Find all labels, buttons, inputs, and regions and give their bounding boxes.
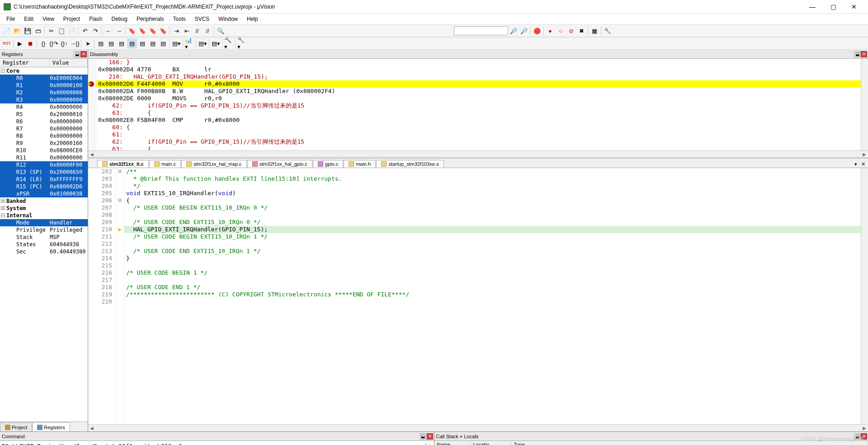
registers-close-icon[interactable]: ✕ [80, 51, 87, 57]
reg-row[interactable]: R14 (LR)0xFFFFFFF9 [0, 176, 88, 183]
menu-project[interactable]: Project [59, 15, 85, 23]
maximize-button[interactable]: ▢ [823, 0, 844, 14]
reg-row[interactable]: States604044938 [0, 241, 88, 248]
bookmark-icon[interactable]: 🔖 [127, 26, 137, 36]
editor-tab[interactable]: stm32f1xx_hal_gpio.c [247, 160, 312, 168]
scroll-right-icon[interactable]: ► [861, 425, 868, 431]
menu-svcs[interactable]: SVCS [190, 15, 214, 23]
editor-close-icon[interactable]: ✕ [860, 161, 866, 168]
disasm-win-icon[interactable]: ▤ [106, 38, 116, 48]
reg-row[interactable]: R13 (SP)0x20000650 [0, 169, 88, 176]
reg-group[interactable]: +Banked [0, 197, 88, 205]
scroll-right-icon[interactable]: ► [861, 151, 868, 158]
reg-row[interactable]: R10x00000100 [0, 82, 88, 89]
bookmark-prev-icon[interactable]: 🔖 [137, 26, 147, 36]
disasm-line[interactable]: 0x080002D6 F44F4000 MOV r0,#0x8000 [96, 80, 861, 88]
reg-group[interactable]: −Core [0, 67, 88, 75]
find-combo[interactable] [454, 26, 508, 35]
find-files-icon[interactable]: 🔎 [519, 26, 529, 36]
code-line[interactable]: /* USER CODE BEGIN 1 */ [124, 269, 861, 276]
reg-row[interactable]: R15 (PC)0x080002D6 [0, 183, 88, 190]
code-line[interactable] [124, 240, 861, 248]
registers-win-icon[interactable]: ▤ [127, 38, 137, 48]
reg-row[interactable]: R100x08000CE0 [0, 147, 88, 154]
reg-row[interactable]: R70x00000000 [0, 125, 88, 132]
disasm-line[interactable]: 63: { [96, 109, 861, 117]
toolbox-icon[interactable]: 🔨▾ [224, 38, 234, 48]
bp-kill-icon[interactable]: ✖ [576, 26, 586, 36]
minimize-button[interactable]: — [802, 0, 823, 14]
reg-row[interactable]: Sec60.40449380 [0, 248, 88, 255]
uncomment-icon[interactable]: // [203, 26, 212, 36]
stop-icon[interactable]: ⏹ [25, 38, 35, 48]
copy-icon[interactable]: 📋 [57, 26, 66, 36]
reg-row[interactable]: R40x00000000 [0, 103, 88, 111]
undo-icon[interactable]: ↶ [80, 26, 90, 36]
reg-group[interactable]: +System [0, 205, 88, 212]
reg-row[interactable]: R80x00000000 [0, 132, 88, 140]
menu-debug[interactable]: Debug [107, 15, 132, 23]
reg-row[interactable]: R30x00000000 [0, 96, 88, 103]
scroll-left-icon[interactable]: ◄ [88, 425, 95, 431]
disasm-line[interactable]: 0x080002E0 F5B04F00 CMP r0,#0x8000 [96, 117, 861, 124]
cmd-win-icon[interactable]: ▤ [96, 38, 106, 48]
code-line[interactable]: */ [124, 183, 861, 190]
menu-tools[interactable]: Tools [169, 15, 190, 23]
menu-window[interactable]: Window [214, 15, 242, 23]
code-line[interactable]: * @brief This function handles EXTI line… [124, 175, 861, 183]
bp-disable-icon[interactable]: ⊘ [566, 26, 576, 36]
reg-row[interactable]: R20x00000008 [0, 89, 88, 96]
bp-enable-icon[interactable]: ○ [556, 26, 566, 36]
cs-header-location[interactable]: Locatio... [471, 441, 511, 445]
disasm-line[interactable]: 60: { [96, 124, 861, 131]
code-line[interactable]: /************************ (C) COPYRIGHT … [124, 291, 861, 298]
code-line[interactable]: } [124, 255, 861, 262]
editor-tab[interactable]: stm32f1xx_it.c [97, 160, 149, 168]
disasm-line[interactable]: 62: if(GPIO_Pin == GPIO_PIN_15)//当引脚传过来的… [96, 138, 861, 145]
code-line[interactable] [124, 276, 861, 284]
disasm-line[interactable]: 166: } [96, 59, 861, 66]
reg-group[interactable]: −Internal [0, 212, 88, 219]
config-icon[interactable]: 🔧 [603, 26, 613, 36]
bookmark-clear-icon[interactable]: 🔖 [158, 26, 168, 36]
code-line[interactable]: /** [124, 168, 861, 175]
disasm-line[interactable]: 0x080002DE 0000 MOVS r0,r0 [96, 95, 861, 102]
code-line[interactable]: /* USER CODE BEGIN EXTI15_10_IRQn 0 */ [124, 204, 861, 211]
editor-tab[interactable]: main.c [149, 160, 181, 168]
tab-project[interactable]: Project [0, 422, 32, 431]
cut-icon[interactable]: ✂ [46, 26, 56, 36]
trace-icon[interactable]: ▤▾ [198, 38, 208, 48]
code-line[interactable] [124, 211, 861, 219]
disasm-line[interactable]: 61: [96, 131, 861, 138]
watch-win-icon[interactable]: ▤ [148, 38, 158, 48]
disasm-line[interactable]: 62: if(GPIO_Pin == GPIO_PIN_15)//当引脚传过来的… [96, 102, 861, 109]
show-next-icon[interactable]: ➤ [83, 38, 93, 48]
scroll-left-icon[interactable]: ◄ [88, 151, 95, 158]
update-icon[interactable]: 🔧▾ [237, 38, 247, 48]
code-line[interactable]: /* USER CODE END EXTI15_10_IRQn 0 */ [124, 219, 861, 226]
editor-fold-gutter[interactable]: ⊟⊟▶ [116, 168, 124, 424]
code-line[interactable]: { [124, 197, 861, 204]
reg-row[interactable]: ModeHandler [0, 219, 88, 226]
command-close-icon[interactable]: ✕ [427, 433, 433, 440]
callstack-win-icon[interactable]: ▤ [137, 38, 147, 48]
system-icon[interactable]: ▤▾ [211, 38, 221, 48]
debug-icon[interactable]: 🔴 [532, 26, 542, 36]
code-line[interactable]: /* USER CODE END 1 */ [124, 284, 861, 291]
menu-edit[interactable]: Edit [19, 15, 38, 23]
reg-row[interactable]: PrivilegePrivileged [0, 226, 88, 234]
cs-header-name[interactable]: Name [434, 441, 471, 445]
disasm-body[interactable]: 166: }0x080002D4 4770 BX lr 210: HAL_GPI… [96, 59, 861, 150]
symbols-icon[interactable]: ▤ [117, 38, 127, 48]
registers-pin-icon[interactable]: ⬓ [74, 51, 80, 57]
close-button[interactable]: ✕ [844, 0, 864, 14]
tab-registers[interactable]: Registers [32, 422, 70, 431]
reg-row[interactable]: R110x00000000 [0, 154, 88, 161]
disasm-line[interactable]: 0x080002D4 4770 BX lr [96, 66, 861, 73]
new-icon[interactable]: 📄 [2, 26, 12, 36]
outdent-icon[interactable]: ⇤ [182, 26, 192, 36]
editor-scrollbar-h[interactable]: ◄ ► [88, 424, 868, 431]
menu-view[interactable]: View [38, 15, 59, 23]
menu-flash[interactable]: Flash [85, 15, 107, 23]
code-line[interactable]: /* USER CODE BEGIN EXTI15_10_IRQn 1 */ [124, 233, 861, 240]
